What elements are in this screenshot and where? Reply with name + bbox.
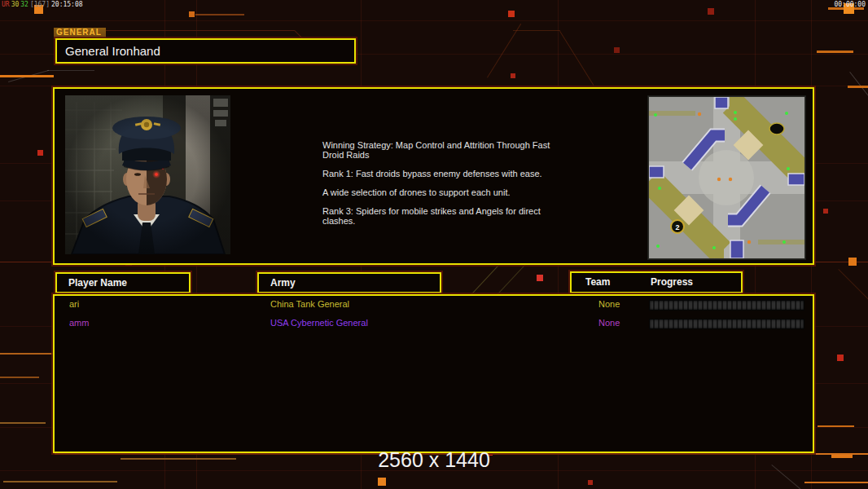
decor-square [189, 11, 195, 17]
decor-square [848, 258, 857, 266]
player-row: ari China Tank General None [55, 299, 809, 312]
column-header-player-name: Player Name [55, 272, 191, 293]
perf-clock: 20:15:08 [51, 1, 83, 8]
decor-square [614, 47, 620, 53]
grid-line [0, 86, 868, 86]
decor-line [0, 422, 46, 424]
decor-square [378, 478, 386, 486]
circuit-line [513, 30, 560, 31]
circuit-line [559, 31, 594, 86]
player-list-panel: ari China Tank General None amm USA Cybe… [53, 294, 814, 453]
strategy-line: Rank 3: Spiders for mobile strikes and A… [322, 206, 568, 226]
decor-square [823, 209, 828, 214]
decor-line [0, 75, 54, 77]
perf-tag: UR [2, 1, 10, 8]
decor-square [508, 11, 515, 17]
start-marker-2-label: 2 [675, 223, 679, 231]
general-tab-label: GENERAL [54, 28, 106, 39]
loading-progress-bar [649, 319, 804, 329]
decor-line [848, 86, 868, 88]
perf-value-a: 30 [11, 1, 20, 8]
column-header-army: Army [257, 272, 441, 293]
session-clock: 00:00:00 [834, 1, 866, 8]
player-name-header-label: Player Name [68, 277, 127, 289]
strategy-line: Winning Strategy: Map Control and Attrit… [322, 140, 568, 160]
decor-square [511, 73, 515, 78]
player-army: China Tank General [270, 299, 349, 309]
decor-square [837, 355, 844, 361]
decor-line [804, 482, 868, 483]
strategy-text: Winning Strategy: Map Control and Attrit… [322, 140, 568, 235]
decor-line [0, 377, 39, 378]
perf-value-c: [167] [30, 1, 50, 8]
start-marker-1 [769, 123, 784, 134]
decor-line [0, 353, 55, 355]
decor-square [588, 480, 593, 485]
player-name: ari [69, 299, 79, 309]
general-portrait [65, 95, 230, 254]
resolution-label: 2560 x 1440 [0, 448, 868, 472]
circuit-line [487, 24, 521, 78]
player-row: amm USA Cybernetic General None [55, 318, 809, 331]
map-preview: 2 [647, 95, 806, 260]
general-name-box: General Ironhand [55, 38, 356, 64]
strategy-line: A wide selection of drones to support ea… [322, 187, 568, 197]
decor-line [817, 51, 853, 53]
decor-square [708, 8, 714, 15]
loading-progress-bar [649, 300, 804, 311]
circuit-line [838, 269, 868, 299]
player-team: None [598, 299, 620, 309]
game-screen: UR3032[167]20:15:08 00:00:00 GENERAL Gen… [0, 0, 868, 489]
decor-square [37, 150, 43, 156]
progress-header-label: Progress [651, 273, 693, 292]
strategy-line: Rank 1: Fast droids bypass enemy defense… [322, 169, 568, 178]
column-header-team-progress: Team Progress [570, 271, 743, 293]
decor-line [818, 425, 854, 427]
player-team: None [598, 318, 620, 328]
grid-line [0, 20, 868, 21]
general-name: General Ironhand [65, 44, 160, 58]
general-detail-panel: Winning Strategy: Map Control and Attrit… [53, 87, 814, 265]
decor-square [537, 275, 543, 281]
decor-line [3, 481, 117, 482]
performance-overlay: UR3032[167]20:15:08 [2, 1, 85, 8]
perf-value-b: 32 [20, 1, 28, 8]
decor-line [195, 14, 244, 15]
team-header-label: Team [585, 273, 610, 292]
start-marker-2: 2 [671, 220, 684, 233]
circuit-line [81, 30, 295, 31]
player-name: amm [69, 318, 89, 328]
circuit-line [47, 70, 94, 71]
player-army: USA Cybernetic General [270, 318, 368, 328]
army-header-label: Army [270, 277, 296, 289]
